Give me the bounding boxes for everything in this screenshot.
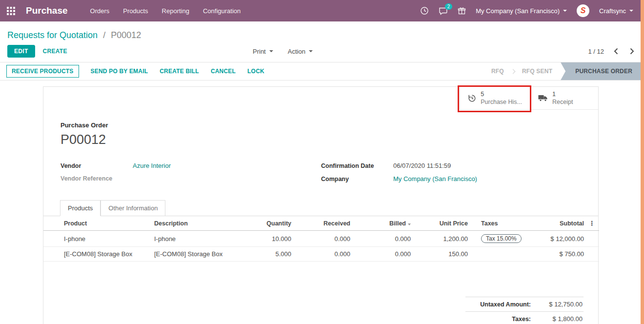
- cell-billed: 0.000: [353, 231, 413, 247]
- cell-taxes: Tax 15.00%: [470, 231, 539, 247]
- truck-icon: [538, 95, 548, 102]
- company-switcher-label: My Company (San Francisco): [476, 7, 560, 15]
- purchase-history-label: Purchase His...: [481, 98, 522, 106]
- order-lines-table: Product Description Quantity Received Bi…: [43, 216, 599, 262]
- table-header-row: Product Description Quantity Received Bi…: [43, 216, 599, 231]
- right-edge-accent-strip: [641, 0, 644, 324]
- activities-clock-icon[interactable]: [420, 6, 429, 15]
- column-header-product[interactable]: Product: [43, 216, 152, 231]
- document-name: P00012: [60, 132, 598, 147]
- company-label: Company: [321, 176, 393, 182]
- statusbar: RFQ RFQ SENT PURCHASE ORDER: [483, 62, 644, 80]
- receipt-stat-button[interactable]: 1 Receipt: [530, 87, 598, 110]
- action-dropdown-label: Action: [288, 48, 305, 55]
- purchase-history-stat-button[interactable]: 5 Purchase His...: [460, 87, 530, 110]
- menu-products[interactable]: Products: [123, 7, 148, 15]
- cancel-button[interactable]: CANCEL: [211, 68, 236, 75]
- lock-button[interactable]: LOCK: [247, 68, 264, 75]
- vendor-label: Vendor: [60, 162, 133, 169]
- status-rfq[interactable]: RFQ: [483, 62, 512, 80]
- order-line-row[interactable]: I-phone I-phone 10.000 0.000 0.000 1,200…: [43, 231, 599, 247]
- chevron-down-icon: [563, 10, 567, 12]
- breadcrumb-current: P00012: [111, 30, 141, 40]
- order-line-row[interactable]: [E-COM08] Storage Box [E-COM08] Storage …: [43, 247, 599, 262]
- menu-orders[interactable]: Orders: [90, 7, 110, 15]
- avatar-letter: S: [581, 6, 586, 15]
- cell-product: [E-COM08] Storage Box: [43, 247, 152, 262]
- cell-quantity: 10.000: [240, 231, 294, 247]
- action-dropdown[interactable]: Action: [288, 48, 313, 55]
- receipt-label: Receipt: [552, 98, 573, 106]
- cell-billed: 0.000: [353, 247, 413, 262]
- menu-reporting[interactable]: Reporting: [162, 7, 189, 15]
- untaxed-amount-value: $ 12,750.00: [531, 301, 583, 308]
- breadcrumb-separator: /: [103, 30, 105, 40]
- pager-value[interactable]: 1 / 12: [588, 48, 604, 55]
- receive-products-button[interactable]: RECEIVE PRODUCTS: [6, 65, 79, 78]
- tax-badge: Tax 15.00%: [481, 234, 522, 243]
- column-header-quantity[interactable]: Quantity: [240, 216, 294, 231]
- top-navbar: Purchase Orders Products Reporting Confi…: [0, 0, 644, 21]
- confirmation-date-value: 06/07/2020 11:51:59: [393, 162, 451, 169]
- form-sheet: 5 Purchase His... 1 Receipt Purchase Ord…: [43, 86, 599, 324]
- chevron-down-icon: [629, 10, 633, 12]
- status-rfq-sent[interactable]: RFQ SENT: [514, 62, 561, 80]
- create-bill-button[interactable]: CREATE BILL: [160, 68, 199, 75]
- pager: 1 / 12: [588, 48, 636, 55]
- stat-button-box: 5 Purchase His... 1 Receipt: [43, 87, 598, 110]
- vendor-link[interactable]: Azure Interior: [133, 162, 171, 169]
- tab-products[interactable]: Products: [60, 200, 101, 216]
- column-header-received[interactable]: Received: [294, 216, 353, 231]
- messages-icon[interactable]: 2: [439, 7, 448, 15]
- menu-configuration[interactable]: Configuration: [203, 7, 241, 15]
- send-po-by-email-button[interactable]: SEND PO BY EMAIL: [91, 68, 148, 75]
- optional-columns-icon[interactable]: ⋮: [586, 216, 599, 231]
- cell-received: 0.000: [294, 231, 353, 247]
- user-avatar[interactable]: S: [577, 4, 589, 17]
- column-header-billed[interactable]: Billed: [353, 216, 413, 231]
- main-menu: Orders Products Reporting Configuration: [90, 7, 241, 15]
- cell-quantity: 5.000: [240, 247, 294, 262]
- column-header-description[interactable]: Description: [152, 216, 240, 231]
- cell-description: [E-COM08] Storage Box: [152, 247, 240, 262]
- cell-subtotal: $ 750.00: [539, 247, 586, 262]
- user-menu[interactable]: Craftsync: [599, 7, 633, 15]
- status-purchase-order[interactable]: PURCHASE ORDER: [561, 62, 644, 80]
- print-dropdown-label: Print: [253, 48, 266, 55]
- cell-product: I-phone: [43, 231, 152, 247]
- edit-button[interactable]: EDIT: [7, 45, 35, 58]
- create-button[interactable]: CREATE: [39, 45, 71, 57]
- breadcrumb: Requests for Quotation / P00012: [0, 21, 644, 44]
- company-switcher[interactable]: My Company (San Francisco): [476, 7, 567, 15]
- pager-previous-icon[interactable]: [612, 48, 620, 55]
- pager-next-icon[interactable]: [628, 48, 636, 55]
- company-link[interactable]: My Company (San Francisco): [393, 175, 477, 182]
- print-dropdown[interactable]: Print: [253, 48, 273, 55]
- purchase-history-count: 5: [481, 90, 522, 98]
- tab-other-information[interactable]: Other Information: [101, 200, 165, 216]
- control-panel: EDIT CREATE Print Action 1 / 12: [0, 44, 644, 62]
- chevron-down-icon: [269, 50, 273, 52]
- column-header-unit-price[interactable]: Unit Price: [413, 216, 470, 231]
- totals-block: Untaxed Amount: $ 12,750.00 Taxes: $ 1,8…: [465, 297, 584, 324]
- chevron-down-icon: [309, 50, 313, 52]
- column-header-subtotal[interactable]: Subtotal: [539, 216, 586, 231]
- document-type-label: Purchase Order: [60, 122, 598, 129]
- workflow-buttons: RECEIVE PRODUCTS SEND PO BY EMAIL CREATE…: [0, 62, 483, 80]
- document-header: Purchase Order P00012: [43, 110, 598, 147]
- status-action-bar: RECEIVE PRODUCTS SEND PO BY EMAIL CREATE…: [0, 62, 644, 81]
- field-group: Vendor Azure Interior Vendor Reference C…: [43, 147, 598, 188]
- breadcrumb-parent-link[interactable]: Requests for Quotation: [7, 30, 98, 40]
- cell-unit-price: 150.00: [413, 247, 470, 262]
- cell-taxes: [470, 247, 539, 262]
- history-icon: [468, 94, 476, 102]
- notebook-tabs: Products Other Information: [43, 200, 598, 216]
- apps-grid-icon[interactable]: [7, 7, 15, 15]
- column-header-taxes[interactable]: Taxes: [470, 216, 539, 231]
- cell-received: 0.000: [294, 247, 353, 262]
- app-name[interactable]: Purchase: [26, 5, 68, 16]
- taxes-total-value: $ 1,800.00: [531, 315, 583, 323]
- receipt-count: 1: [552, 90, 573, 98]
- gift-icon[interactable]: [458, 7, 466, 15]
- taxes-total-label: Taxes:: [466, 316, 531, 323]
